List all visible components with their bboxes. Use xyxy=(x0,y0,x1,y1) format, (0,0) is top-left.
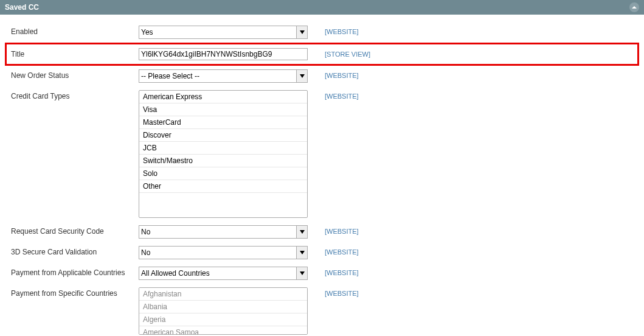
row-pay-applicable: Payment from Applicable Countries All Al… xyxy=(11,263,633,284)
scope-link[interactable]: [WEBSITE] xyxy=(325,269,359,276)
new-order-status-label: New Order Status xyxy=(11,69,139,80)
new-order-status-select[interactable]: -- Please Select -- xyxy=(139,69,308,83)
request-cvv-label: Request Card Security Code xyxy=(11,225,139,236)
cc-types-label: Credit Card Types xyxy=(11,90,139,100)
enabled-select[interactable]: Yes xyxy=(139,26,308,39)
scope-link[interactable]: [WEBSITE] xyxy=(325,72,359,79)
title-input[interactable] xyxy=(139,48,308,60)
scope-link[interactable]: [WEBSITE] xyxy=(325,290,359,297)
request-cvv-select[interactable]: No xyxy=(139,225,308,239)
3d-secure-label: 3D Secure Card Validation xyxy=(11,246,139,256)
row-request-cvv: Request Card Security Code No [WEBSITE] xyxy=(11,222,633,242)
row-title: Title [STORE VIEW] xyxy=(5,43,639,66)
title-label: Title xyxy=(11,48,139,58)
pay-applicable-label: Payment from Applicable Countries xyxy=(11,267,139,277)
scope-link[interactable]: [WEBSITE] xyxy=(325,93,359,100)
scope-link[interactable]: [WEBSITE] xyxy=(325,228,359,235)
collapse-icon[interactable] xyxy=(629,2,639,12)
enabled-label: Enabled xyxy=(11,26,139,36)
row-new-order-status: New Order Status -- Please Select -- [WE… xyxy=(11,66,633,86)
section-title: Saved CC xyxy=(5,3,39,12)
row-cc-types: Credit Card Types American Express Visa … xyxy=(11,86,633,222)
section-body: Enabled Yes [WEBSITE] Title [STORE VIEW]… xyxy=(0,15,644,336)
section-header[interactable]: Saved CC xyxy=(0,0,644,15)
pay-applicable-select[interactable]: All Allowed Countries xyxy=(139,267,308,280)
3d-secure-select[interactable]: No xyxy=(139,246,308,259)
row-3d-secure: 3D Secure Card Validation No [WEBSITE] xyxy=(11,242,633,263)
scope-link[interactable]: [STORE VIEW] xyxy=(325,51,370,58)
pay-specific-label: Payment from Specific Countries xyxy=(11,287,139,298)
scope-link[interactable]: [WEBSITE] xyxy=(325,248,359,256)
cc-types-select[interactable]: American Express Visa MasterCard Discove… xyxy=(139,90,308,218)
row-enabled: Enabled Yes [WEBSITE] xyxy=(11,22,633,43)
scope-link[interactable]: [WEBSITE] xyxy=(325,28,359,35)
pay-specific-select[interactable]: Afghanistan Albania Algeria American Sam… xyxy=(139,287,308,335)
row-pay-specific: Payment from Specific Countries Afghanis… xyxy=(11,284,633,336)
